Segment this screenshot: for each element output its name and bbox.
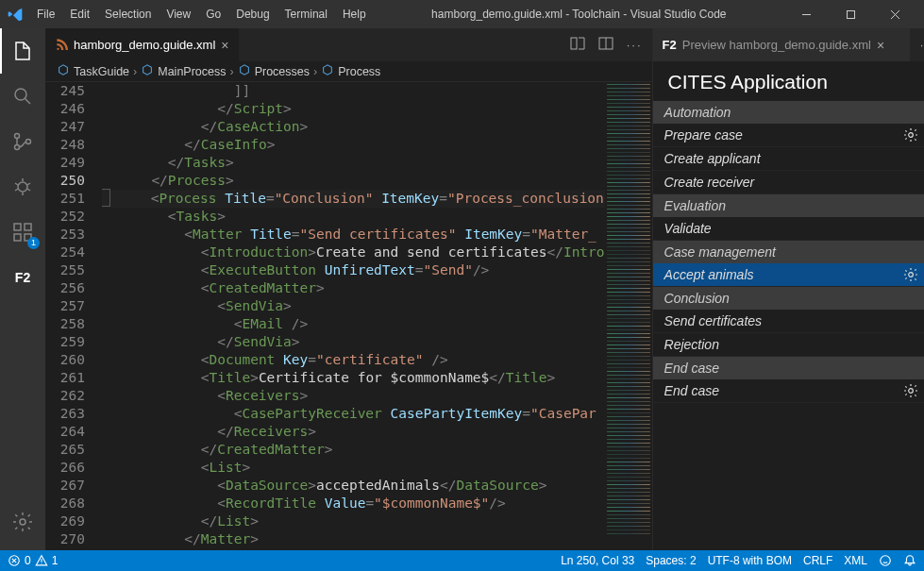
code-line[interactable]: <ExecuteButton UnfiredText="Send"/> (102, 261, 605, 279)
error-count: 0 (25, 554, 31, 567)
code-line[interactable]: <Title>Certificate for $commonName$</Tit… (102, 369, 605, 387)
settings-icon[interactable] (0, 499, 45, 545)
close-icon[interactable]: × (221, 38, 228, 53)
line-number: 257 (45, 297, 85, 315)
breadcrumb-item[interactable]: MainProcess (158, 65, 226, 78)
menu-edit[interactable]: Edit (63, 4, 96, 25)
status-spaces[interactable]: Spaces: 2 (646, 554, 696, 567)
code-line[interactable]: </CaseAction> (102, 118, 605, 136)
more-actions-icon[interactable]: ··· (920, 38, 924, 52)
preview-row[interactable]: Create applicant (653, 147, 924, 171)
code-line[interactable]: <Receivers> (102, 387, 605, 405)
error-icon (8, 554, 21, 567)
editor-tab-active[interactable]: hamborg_demo.guide.xml × (45, 28, 240, 61)
f2-tool-icon[interactable]: F2 (0, 255, 45, 300)
code-editor[interactable]: 2452462472482492502512522532542552562572… (45, 82, 652, 550)
preview-row-label: End case (664, 383, 898, 398)
status-encoding[interactable]: UTF-8 with BOM (708, 554, 792, 567)
svg-point-2 (15, 134, 20, 139)
maximize-button[interactable] (830, 0, 872, 28)
code-line[interactable]: </Process> (102, 172, 605, 190)
status-eol[interactable]: CRLF (803, 554, 832, 567)
minimize-button[interactable] (785, 0, 828, 28)
preview-row[interactable]: Create receiver (653, 171, 924, 194)
breadcrumb-icon (141, 63, 154, 79)
svg-rect-7 (14, 234, 21, 241)
code-line[interactable]: <SendVia> (102, 297, 605, 315)
code-line[interactable]: <List> (102, 459, 605, 477)
compare-changes-icon[interactable] (570, 36, 585, 54)
menu-terminal[interactable]: Terminal (278, 4, 334, 25)
svg-point-10 (20, 519, 25, 525)
code-line[interactable]: <Matter Title="Send certificates" ItemKe… (102, 226, 605, 244)
preview-row[interactable]: Validate (653, 217, 924, 241)
code-line[interactable]: </Script> (102, 100, 605, 118)
gear-icon[interactable] (903, 127, 918, 143)
window-title: hamborg_demo.guide.xml - Toolchain - Vis… (373, 8, 785, 21)
line-number: 258 (45, 315, 85, 333)
gear-icon[interactable] (903, 383, 918, 398)
code-line[interactable]: </Receivers> (102, 423, 605, 441)
preview-row[interactable]: Prepare case (653, 124, 924, 147)
code-line[interactable]: <Process Title="Conclusion" ItemKey="Pro… (102, 190, 605, 208)
breadcrumb-item[interactable]: Processes (255, 65, 310, 78)
line-number: 247 (45, 118, 85, 136)
code-line[interactable]: <Introduction>Create and send certificat… (102, 244, 605, 261)
code-line[interactable]: </Matter> (102, 530, 605, 548)
code-line[interactable]: </SendVia> (102, 333, 605, 351)
code-line[interactable]: </List> (102, 512, 605, 530)
notifications-icon[interactable] (903, 554, 916, 567)
preview-row[interactable]: End case (653, 379, 924, 403)
close-button[interactable] (874, 0, 916, 28)
code-line[interactable]: ]] (102, 82, 605, 100)
source-control-icon[interactable] (0, 119, 45, 164)
code-line[interactable]: <EMail /> (102, 315, 605, 333)
minimap[interactable] (605, 82, 652, 550)
preview-row[interactable]: Rejection (653, 333, 924, 357)
code-line[interactable]: <Document Key="certificate" /> (102, 351, 605, 369)
debug-icon[interactable] (0, 164, 45, 210)
breadcrumb-item[interactable]: Process (338, 65, 380, 78)
menu-view[interactable]: View (160, 4, 197, 25)
code-line[interactable]: <DataSource>acceptedAnimals</DataSource> (102, 477, 605, 495)
breadcrumbs[interactable]: TaskGuide›MainProcess›Processes›Process (45, 61, 652, 82)
code-line[interactable]: <CasePartyReceiver CasePartyItemKey="Cas… (102, 405, 605, 423)
line-number: 261 (45, 369, 85, 387)
menu-go[interactable]: Go (199, 4, 227, 25)
code-line[interactable]: <RecordTitle Value="$commonName$"/> (102, 495, 605, 512)
code-lines[interactable]: ]] </Script> </CaseAction> </CaseInfo> <… (102, 82, 605, 550)
code-line[interactable]: </CreatedMatter> (102, 441, 605, 459)
code-line[interactable]: <Matter Title="Rejection" ItemKey="Matte… (102, 548, 605, 550)
line-number: 265 (45, 441, 85, 459)
preview-row[interactable]: Accept animals (653, 263, 924, 287)
split-editor-icon[interactable] (598, 36, 613, 54)
close-icon[interactable]: × (877, 38, 884, 53)
feedback-icon[interactable] (879, 554, 892, 567)
preview-row[interactable]: Send certificates (653, 310, 924, 333)
menu-selection[interactable]: Selection (98, 4, 158, 25)
menu-debug[interactable]: Debug (229, 4, 276, 25)
svg-point-5 (18, 182, 27, 192)
code-line[interactable]: <CreatedMatter> (102, 279, 605, 297)
status-problems[interactable]: 0 1 (8, 554, 58, 567)
extensions-icon[interactable]: 1 (0, 210, 45, 255)
explorer-icon[interactable] (0, 28, 45, 74)
svg-point-17 (881, 556, 891, 566)
code-line[interactable]: </Tasks> (102, 154, 605, 172)
code-line[interactable]: </CaseInfo> (102, 136, 605, 154)
line-number: 259 (45, 333, 85, 351)
status-cursor[interactable]: Ln 250, Col 33 (561, 554, 634, 567)
more-actions-icon[interactable]: ··· (627, 38, 643, 52)
menu-file[interactable]: File (30, 4, 61, 25)
search-icon[interactable] (0, 74, 45, 119)
code-line[interactable]: <Tasks> (102, 208, 605, 226)
menu-help[interactable]: Help (336, 4, 373, 25)
svg-rect-6 (14, 224, 21, 230)
breadcrumb-item[interactable]: TaskGuide (74, 65, 129, 78)
status-language[interactable]: XML (844, 554, 867, 567)
gear-icon[interactable] (903, 267, 918, 282)
editor-column: hamborg_demo.guide.xml × ··· TaskGuide›M… (45, 28, 653, 550)
preview-tab[interactable]: F2 Preview hamborg_demo.guide.xml × (653, 28, 911, 61)
warning-icon (35, 554, 48, 567)
line-number: 253 (45, 226, 85, 244)
